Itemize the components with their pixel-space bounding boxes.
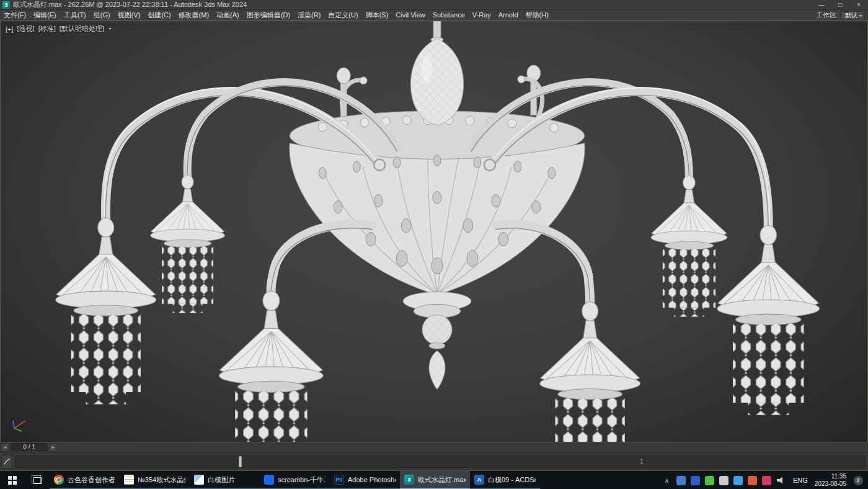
- task-label: 古色谷香创作者主...: [68, 475, 115, 485]
- taskbar-clock[interactable]: 11:35 2023-08-05: [815, 473, 846, 488]
- menu-item[interactable]: 修改器(M): [175, 10, 213, 20]
- close-icon[interactable]: ×: [849, 0, 868, 10]
- menu-item[interactable]: Substance: [429, 10, 469, 20]
- menu-item[interactable]: 文件(F): [0, 10, 30, 20]
- curve-icon: [3, 458, 11, 465]
- acdsee-icon: A: [474, 475, 484, 485]
- end-frame-label: 1: [640, 458, 644, 465]
- menu-item[interactable]: 自定义(U): [324, 10, 361, 20]
- task-label: 欧式水晶灯.max - ...: [418, 475, 466, 485]
- text-document-icon: [124, 475, 134, 485]
- workspace-dropdown[interactable]: 默认: [841, 11, 864, 19]
- menu-item[interactable]: 脚本(S): [362, 10, 392, 20]
- maximize-icon[interactable]: □: [831, 0, 849, 10]
- taskbar-task[interactable]: №354欧式水晶灯...: [120, 471, 190, 489]
- 3dsmax-app-icon: 3: [2, 1, 10, 9]
- workspace-label: 工作区:: [816, 11, 838, 20]
- workspace-selector: 工作区: 默认: [816, 11, 868, 20]
- windows-logo-icon: [8, 476, 17, 485]
- task-label: 白模09 - ACDSee ...: [488, 475, 536, 485]
- tray-icons: [676, 476, 771, 485]
- chandelier-bowl: [290, 111, 585, 295]
- tray-app-4-icon[interactable]: [733, 476, 743, 485]
- minimize-icon[interactable]: —: [812, 0, 831, 10]
- photoshop-icon: Ps: [334, 475, 344, 485]
- chevron-up-icon[interactable]: ∧: [663, 477, 671, 484]
- task-label: screambn-千牛工...: [278, 475, 326, 485]
- taskbar-task[interactable]: 3欧式水晶灯.max - ...: [400, 471, 470, 489]
- language-indicator[interactable]: ENG: [792, 477, 809, 484]
- viewport-menu-general[interactable]: [+]: [6, 25, 14, 33]
- menu-item[interactable]: 组(G): [90, 10, 114, 20]
- menu-item[interactable]: V-Ray: [469, 10, 495, 20]
- viewport-menu-shading[interactable]: [默认明暗处理]: [60, 24, 104, 34]
- menu-item[interactable]: Arnold: [495, 10, 522, 20]
- action-center-button[interactable]: 2: [852, 474, 864, 487]
- taskbar: 古色谷香创作者主...№354欧式水晶灯...白模图片screambn-千牛工.…: [0, 471, 868, 489]
- image-file-icon: [194, 475, 204, 485]
- time-slider-row: ◄ 0 / 1 ►: [0, 442, 868, 452]
- task-view-icon: [33, 477, 42, 484]
- menu-item[interactable]: 工具(T): [60, 10, 90, 20]
- menu-item[interactable]: 编辑(E): [30, 10, 60, 20]
- viewport-label: [+] [透视] [标准] [默认明暗处理] ▼: [6, 24, 112, 34]
- menu-bar: 文件(F)编辑(E)工具(T)组(G)视图(V)创建(C)修改器(M)动画(A)…: [0, 10, 868, 20]
- time-slider-handle[interactable]: [239, 456, 242, 467]
- chandelier-lamp: [219, 291, 323, 442]
- menu-item[interactable]: 图形编辑器(D): [243, 10, 294, 20]
- menu-item[interactable]: 帮助(H): [522, 10, 552, 20]
- menu-bar-items: 文件(F)编辑(E)工具(T)组(G)视图(V)创建(C)修改器(M)动画(A)…: [0, 10, 552, 20]
- menu-item[interactable]: Civil View: [392, 10, 428, 20]
- task-label: 白模图片: [208, 475, 235, 485]
- title-bar: 3 欧式水晶灯.max - 262.26M @ 2023-07-22 22:38…: [0, 0, 868, 10]
- track-bar-row: 1: [0, 452, 868, 471]
- task-label: Adobe Photosho...: [348, 476, 396, 483]
- taskbar-task[interactable]: screambn-千牛工...: [260, 471, 330, 489]
- taskbar-task[interactable]: 古色谷香创作者主...: [50, 471, 120, 489]
- tray-wechat-icon[interactable]: [705, 476, 714, 485]
- tray-app-3-icon[interactable]: [719, 476, 728, 485]
- qianniu-icon: [264, 475, 274, 485]
- tray-app-6-icon[interactable]: [762, 476, 771, 485]
- tray-app-5-icon[interactable]: [748, 476, 757, 485]
- start-button[interactable]: [0, 471, 25, 489]
- system-tray: ∧ ENG 11:35 2023-08-05 2: [663, 471, 868, 489]
- menu-item[interactable]: 渲染(R): [294, 10, 324, 20]
- chandelier-lamp: [651, 176, 727, 317]
- chandelier-lamp: [540, 302, 640, 442]
- viewport-menu-pov[interactable]: [透视]: [17, 24, 35, 34]
- menu-item[interactable]: 动画(A): [213, 10, 243, 20]
- world-axis-gizmo: [9, 415, 34, 433]
- chevron-down-icon[interactable]: ▼: [108, 27, 112, 31]
- chandelier-lamp: [151, 175, 225, 313]
- track-bar[interactable]: 1: [15, 455, 866, 468]
- tray-app-1-icon[interactable]: [676, 476, 686, 485]
- volume-icon[interactable]: [777, 477, 786, 485]
- viewport-menu-renderer[interactable]: [标准]: [38, 24, 56, 34]
- taskbar-task[interactable]: A白模09 - ACDSee ...: [470, 471, 540, 489]
- mini-curve-editor-button[interactable]: [1, 455, 12, 469]
- menu-item[interactable]: 创建(C): [144, 10, 174, 20]
- clock-date: 2023-08-05: [815, 480, 846, 488]
- chandelier-model[interactable]: [1, 21, 867, 442]
- current-frame-display[interactable]: 0 / 1: [11, 443, 47, 451]
- chrome-icon: [54, 475, 64, 485]
- window-title: 欧式水晶灯.max - 262.26M @ 2023-07-22 22:38:1…: [13, 0, 812, 9]
- task-label: №354欧式水晶灯...: [138, 475, 185, 485]
- clock-time: 11:35: [815, 473, 846, 481]
- max-icon: 3: [404, 475, 414, 485]
- chandelier-lamp: [56, 218, 156, 405]
- menu-item[interactable]: 视图(V): [114, 10, 144, 20]
- previous-frame-icon[interactable]: ◄: [1, 443, 9, 452]
- taskbar-tasks: 古色谷香创作者主...№354欧式水晶灯...白模图片screambn-千牛工.…: [50, 471, 540, 489]
- taskbar-task[interactable]: PsAdobe Photosho...: [330, 471, 400, 489]
- taskbar-task[interactable]: 白模图片: [190, 471, 260, 489]
- task-view-button[interactable]: [25, 471, 50, 489]
- tray-app-2-icon[interactable]: [691, 476, 700, 485]
- chandelier-lamp: [717, 225, 820, 415]
- perspective-viewport[interactable]: [+] [透视] [标准] [默认明暗处理] ▼: [0, 20, 868, 442]
- next-frame-icon[interactable]: ►: [49, 443, 58, 452]
- notification-badge: 2: [854, 476, 863, 485]
